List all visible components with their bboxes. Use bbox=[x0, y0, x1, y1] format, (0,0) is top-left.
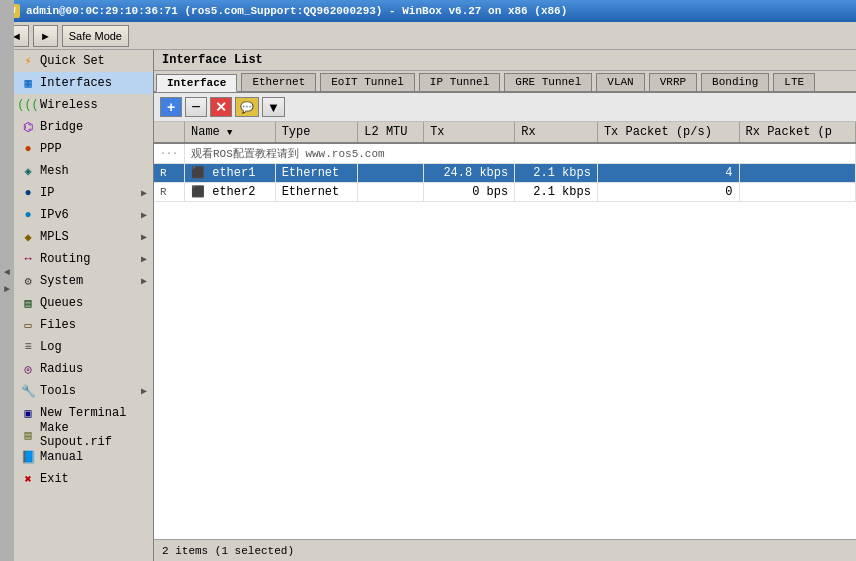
sidebar-item-exit[interactable]: ✖Exit bbox=[14, 468, 153, 490]
row-rx: 2.1 kbps bbox=[515, 183, 598, 202]
interfaces-icon: ▦ bbox=[20, 75, 36, 91]
title-bar: W admin@00:0C:29:10:36:71 (ros5.com_Supp… bbox=[0, 0, 856, 22]
system-arrow: ▶ bbox=[141, 275, 147, 287]
col-tx-packet[interactable]: Tx Packet (p/s) bbox=[597, 122, 739, 143]
log-icon: ≡ bbox=[20, 339, 36, 355]
sidebar-item-mpls[interactable]: ◆MPLS▶ bbox=[14, 226, 153, 248]
comment-button[interactable]: 💬 bbox=[235, 97, 259, 117]
tab-vlan[interactable]: VLAN bbox=[596, 73, 644, 91]
col-name[interactable]: Name ▼ bbox=[185, 122, 276, 143]
sidebar-item-mesh[interactable]: ◈Mesh bbox=[14, 160, 153, 182]
remove-button[interactable]: − bbox=[185, 97, 207, 117]
radius-icon: ◎ bbox=[20, 361, 36, 377]
add-button[interactable]: + bbox=[160, 97, 182, 117]
row-l2mtu bbox=[358, 183, 424, 202]
tools-label: Tools bbox=[40, 384, 141, 398]
col-indicator bbox=[154, 122, 185, 143]
routing-arrow: ▶ bbox=[141, 253, 147, 265]
manual-label: Manual bbox=[40, 450, 147, 464]
row-tx-packet: 4 bbox=[597, 164, 739, 183]
tab-ip-tunnel[interactable]: IP Tunnel bbox=[419, 73, 500, 91]
system-label: System bbox=[40, 274, 141, 288]
sidebar-item-interfaces[interactable]: ▦Interfaces bbox=[14, 72, 153, 94]
table-row[interactable]: R⬛ ether2Ethernet0 bps2.1 kbps0 bbox=[154, 183, 856, 202]
toolbar: ◄ ► Safe Mode bbox=[0, 22, 856, 50]
log-label: Log bbox=[40, 340, 147, 354]
row-tx: 24.8 kbps bbox=[424, 164, 515, 183]
files-label: Files bbox=[40, 318, 147, 332]
system-icon: ⚙ bbox=[20, 273, 36, 289]
new-terminal-icon: ▣ bbox=[20, 405, 36, 421]
row-name: ⬛ ether2 bbox=[185, 183, 276, 202]
ipv6-icon: ● bbox=[20, 207, 36, 223]
sidebar-item-radius[interactable]: ◎Radius bbox=[14, 358, 153, 380]
forward-button[interactable]: ► bbox=[33, 25, 58, 47]
routing-icon: ↔ bbox=[20, 251, 36, 267]
panel-title: Interface List bbox=[154, 50, 856, 71]
quick-set-label: Quick Set bbox=[40, 54, 147, 68]
left-edge: ◄ ► bbox=[0, 0, 14, 561]
tab-interface[interactable]: Interface bbox=[156, 74, 237, 92]
sidebar-item-ppp[interactable]: ●PPP bbox=[14, 138, 153, 160]
new-terminal-label: New Terminal bbox=[40, 406, 147, 420]
row-tx: 0 bps bbox=[424, 183, 515, 202]
col-tx[interactable]: Tx bbox=[424, 122, 515, 143]
tab-eoit-tunnel[interactable]: EoIT Tunnel bbox=[320, 73, 415, 91]
sidebar-item-make-supout[interactable]: ▤Make Supout.rif bbox=[14, 424, 153, 446]
interfaces-label: Interfaces bbox=[40, 76, 147, 90]
tab-bonding[interactable]: Bonding bbox=[701, 73, 769, 91]
mesh-icon: ◈ bbox=[20, 163, 36, 179]
ip-arrow: ▶ bbox=[141, 187, 147, 199]
sidebar-item-queues[interactable]: ▤Queues bbox=[14, 292, 153, 314]
tools-icon: 🔧 bbox=[20, 383, 36, 399]
wireless-icon: ((( bbox=[20, 97, 36, 113]
row-rx-packet bbox=[739, 164, 855, 183]
mark-button[interactable]: ✕ bbox=[210, 97, 232, 117]
sidebar-item-wireless[interactable]: (((Wireless bbox=[14, 94, 153, 116]
bridge-icon: ⌬ bbox=[20, 119, 36, 135]
manual-icon: 📘 bbox=[20, 449, 36, 465]
interface-table-container: Name ▼ Type L2 MTU Tx Rx Tx Packet (p/s)… bbox=[154, 122, 856, 539]
ppp-icon: ● bbox=[20, 141, 36, 157]
tab-gre-tunnel[interactable]: GRE Tunnel bbox=[504, 73, 592, 91]
edge-arrow-bottom[interactable]: ► bbox=[4, 284, 10, 295]
wireless-label: Wireless bbox=[40, 98, 147, 112]
row-tx-packet: 0 bbox=[597, 183, 739, 202]
bridge-label: Bridge bbox=[40, 120, 147, 134]
tab-vrrp[interactable]: VRRP bbox=[649, 73, 697, 91]
edge-arrow-top[interactable]: ◄ bbox=[4, 267, 10, 278]
filter-button[interactable]: ▼ bbox=[262, 97, 285, 117]
files-icon: ▭ bbox=[20, 317, 36, 333]
make-supout-label: Make Supout.rif bbox=[40, 421, 147, 449]
mesh-label: Mesh bbox=[40, 164, 147, 178]
table-row[interactable]: R⬛ ether1Ethernet24.8 kbps2.1 kbps4 bbox=[154, 164, 856, 183]
row-type: Ethernet bbox=[275, 164, 358, 183]
safe-mode-button[interactable]: Safe Mode bbox=[62, 25, 129, 47]
col-l2mtu[interactable]: L2 MTU bbox=[358, 122, 424, 143]
row-name: ⬛ ether1 bbox=[185, 164, 276, 183]
ip-label: IP bbox=[40, 186, 141, 200]
row-indicator: R bbox=[154, 164, 185, 183]
row-indicator: R bbox=[154, 183, 185, 202]
tab-lte[interactable]: LTE bbox=[773, 73, 815, 91]
col-rx-packet[interactable]: Rx Packet (p bbox=[739, 122, 855, 143]
sidebar-item-bridge[interactable]: ⌬Bridge bbox=[14, 116, 153, 138]
sidebar-item-files[interactable]: ▭Files bbox=[14, 314, 153, 336]
sidebar-item-ip[interactable]: ●IP▶ bbox=[14, 182, 153, 204]
tab-ethernet[interactable]: Ethernet bbox=[241, 73, 316, 91]
col-rx[interactable]: Rx bbox=[515, 122, 598, 143]
quick-set-icon: ⚡ bbox=[20, 53, 36, 69]
main-layout: ◄ ► ⚡Quick Set▦Interfaces(((Wireless⌬Bri… bbox=[0, 50, 856, 561]
sidebar-item-routing[interactable]: ↔Routing▶ bbox=[14, 248, 153, 270]
sidebar-item-tools[interactable]: 🔧Tools▶ bbox=[14, 380, 153, 402]
sidebar-item-log[interactable]: ≡Log bbox=[14, 336, 153, 358]
action-bar: + − ✕ 💬 ▼ bbox=[154, 93, 856, 122]
sidebar-item-system[interactable]: ⚙System▶ bbox=[14, 270, 153, 292]
radius-label: Radius bbox=[40, 362, 147, 376]
sidebar-item-manual[interactable]: 📘Manual bbox=[14, 446, 153, 468]
row-rx: 2.1 kbps bbox=[515, 164, 598, 183]
row-rx-packet bbox=[739, 183, 855, 202]
col-type[interactable]: Type bbox=[275, 122, 358, 143]
sidebar-item-ipv6[interactable]: ●IPv6▶ bbox=[14, 204, 153, 226]
sidebar-item-quick-set[interactable]: ⚡Quick Set bbox=[14, 50, 153, 72]
